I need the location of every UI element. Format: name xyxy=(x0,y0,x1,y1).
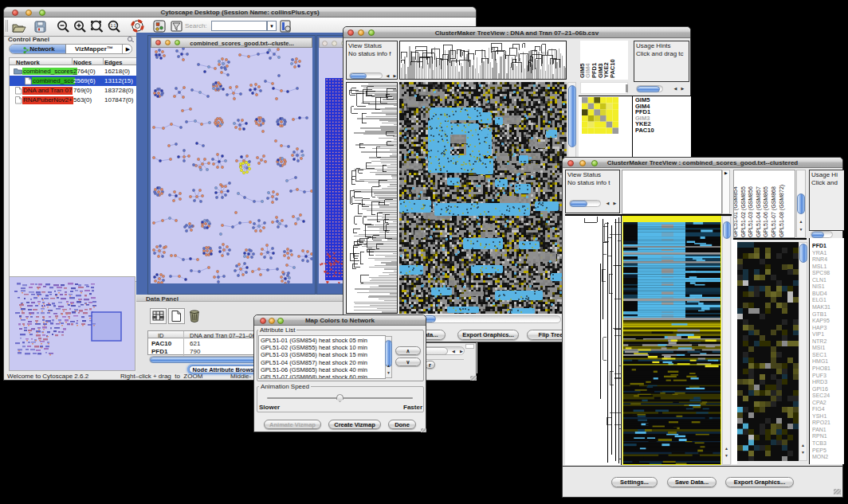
svg-text:PAC10: PAC10 xyxy=(609,59,616,78)
svg-text:1:1: 1:1 xyxy=(111,23,116,28)
svg-text:GPL51-02 (GSM855: GPL51-02 (GSM855 xyxy=(740,186,747,237)
svg-text:GPL51-04 (GSM857: GPL51-04 (GSM857 xyxy=(756,186,762,237)
svg-text:GPL51-01 (GSM854: GPL51-01 (GSM854 xyxy=(734,186,739,237)
svg-text:GPL51-06 (GSM865: GPL51-06 (GSM865 xyxy=(763,186,769,237)
svg-text:GPL51-03 (GSM856: GPL51-03 (GSM856 xyxy=(748,186,754,237)
svg-text:GPL51-07 (GSM868: GPL51-07 (GSM868 xyxy=(771,186,777,237)
svg-text:GPL51-08 (GSM872): GPL51-08 (GSM872) xyxy=(779,185,785,237)
